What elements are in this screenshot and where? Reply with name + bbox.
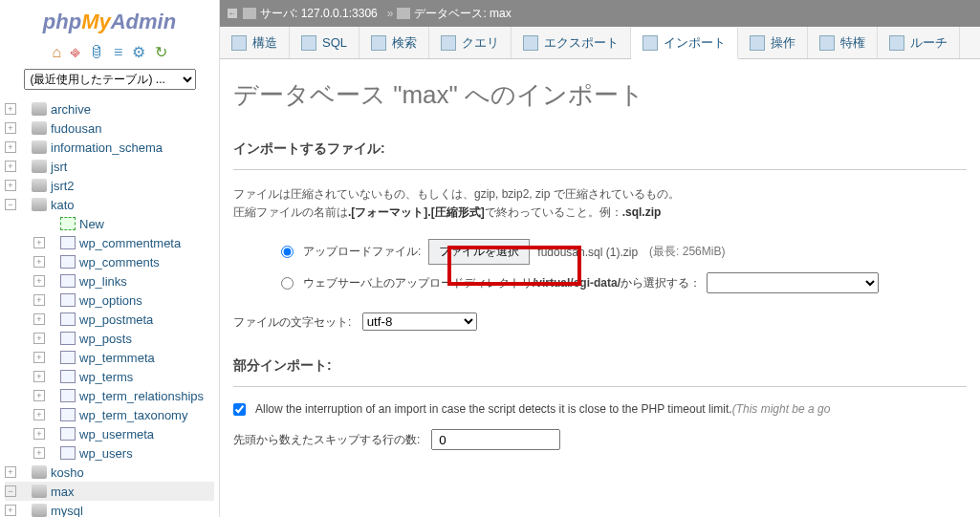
expand-icon[interactable]: +: [5, 122, 16, 134]
tab-label: インポート: [664, 34, 726, 52]
recent-tables-select[interactable]: (最近使用したテーブル) ...: [24, 69, 196, 90]
database-icon: [32, 179, 47, 192]
tab-operations[interactable]: 操作: [738, 27, 808, 58]
tab-import[interactable]: インポート: [631, 28, 738, 59]
tab-privileges[interactable]: 特権: [808, 27, 878, 58]
table-icon: [60, 351, 76, 364]
expand-icon[interactable]: +: [5, 505, 16, 516]
webdir-select[interactable]: [707, 272, 879, 293]
table-node-wp_options[interactable]: +wp_options: [5, 291, 214, 310]
settings-icon[interactable]: ⚙: [132, 44, 145, 60]
expand-icon[interactable]: +: [33, 447, 45, 459]
tab-query[interactable]: クエリ: [429, 27, 512, 58]
db-node-fudousan[interactable]: +fudousan: [5, 118, 214, 138]
db-node-jsrt2[interactable]: +jsrt2: [5, 176, 214, 195]
table-label: wp_comments: [79, 255, 160, 269]
table-label: wp_commentmeta: [79, 236, 181, 250]
expand-icon[interactable]: +: [33, 237, 45, 248]
webdir-label-post: から選択する：: [621, 275, 701, 291]
db-node-jsrt[interactable]: +jsrt: [5, 157, 214, 176]
db-label: fudousan: [51, 121, 102, 136]
table-node-wp_posts[interactable]: +wp_posts: [5, 329, 214, 348]
tab-structure[interactable]: 構造: [220, 27, 290, 58]
operations-icon: [750, 35, 765, 51]
new-table-link[interactable]: New: [5, 214, 214, 233]
expand-icon[interactable]: −: [5, 485, 16, 497]
server-icon: [243, 8, 256, 19]
upload-row: アップロードファイル: ファイルを選択 fudousan.sql (1).zip…: [281, 239, 967, 265]
expand-icon[interactable]: +: [5, 103, 16, 115]
table-node-wp_termmeta[interactable]: +wp_termmeta: [5, 348, 214, 367]
db-node-mysql[interactable]: +mysql: [5, 501, 214, 517]
table-icon: [60, 408, 76, 421]
logout-icon[interactable]: ⎆: [71, 44, 80, 60]
db-node-max[interactable]: −max: [5, 482, 214, 501]
sql-query-icon[interactable]: 🛢: [89, 44, 104, 60]
tab-export[interactable]: エクスポート: [512, 27, 631, 58]
table-node-wp_term_taxonomy[interactable]: +wp_term_taxonomy: [5, 405, 214, 424]
expand-icon[interactable]: +: [33, 333, 45, 344]
tab-sql[interactable]: SQL: [290, 27, 359, 58]
max-size-label: (最長: 256MiB): [649, 244, 725, 260]
db-label: kato: [51, 198, 75, 212]
table-label: wp_links: [79, 274, 127, 289]
db-node-archive[interactable]: +archive: [5, 99, 214, 118]
expand-icon[interactable]: +: [5, 161, 16, 172]
table-label: wp_options: [79, 293, 142, 308]
docs-icon[interactable]: ≡: [114, 44, 122, 60]
db-node-kato[interactable]: −kato: [5, 195, 214, 214]
table-node-wp_users[interactable]: +wp_users: [5, 443, 214, 463]
expand-icon[interactable]: +: [33, 313, 45, 325]
panel-toggle-icon[interactable]: ←: [228, 9, 237, 18]
nav-tree: +archive+fudousan+information_schema+jsr…: [5, 99, 214, 517]
tab-label: SQL: [322, 35, 347, 50]
table-node-wp_comments[interactable]: +wp_comments: [5, 252, 214, 271]
table-node-wp_terms[interactable]: +wp_terms: [5, 367, 214, 386]
expand-icon[interactable]: +: [33, 371, 45, 382]
expand-icon[interactable]: +: [33, 390, 45, 401]
skip-rows-input[interactable]: [431, 429, 560, 450]
expand-icon[interactable]: +: [33, 256, 45, 268]
expand-icon[interactable]: +: [33, 352, 45, 363]
charset-row: ファイルの文字セット: utf-8: [233, 312, 967, 331]
expand-icon[interactable]: +: [33, 428, 45, 440]
table-label: wp_users: [79, 446, 133, 461]
database-icon: [32, 121, 47, 135]
home-icon[interactable]: ⌂: [52, 44, 61, 60]
logo[interactable]: phpMyAdmin: [5, 5, 214, 39]
choose-file-button[interactable]: ファイルを選択: [428, 239, 530, 265]
table-node-wp_term_relationships[interactable]: +wp_term_relationships: [5, 386, 214, 405]
breadcrumb-database[interactable]: データベース: max: [414, 6, 511, 22]
table-label: wp_usermeta: [79, 427, 154, 442]
table-node-wp_postmeta[interactable]: +wp_postmeta: [5, 310, 214, 329]
charset-select[interactable]: utf-8: [362, 312, 477, 331]
expand-icon[interactable]: +: [5, 141, 16, 153]
expand-icon[interactable]: +: [33, 275, 45, 287]
reload-icon[interactable]: ↻: [155, 44, 167, 60]
tab-label: エクスポート: [544, 34, 619, 52]
table-icon: [60, 236, 76, 249]
table-node-wp_commentmeta[interactable]: +wp_commentmeta: [5, 233, 214, 252]
expand-icon[interactable]: +: [33, 294, 45, 306]
expand-icon[interactable]: −: [5, 199, 16, 210]
breadcrumb-server[interactable]: サーバ: 127.0.0.1:3306: [260, 6, 378, 22]
table-icon: [60, 312, 76, 326]
table-icon: [60, 389, 76, 402]
upload-radio[interactable]: [281, 246, 294, 258]
tab-label: 特権: [840, 34, 865, 52]
logo-admin: Admin: [111, 10, 176, 33]
expand-icon[interactable]: +: [5, 466, 16, 478]
tab-search[interactable]: 検索: [359, 27, 429, 58]
tab-routines[interactable]: ルーチ: [878, 27, 960, 58]
db-node-information_schema[interactable]: +information_schema: [5, 138, 214, 157]
tab-bar: 構造SQL検索クエリエクスポートインポート操作特権ルーチ: [220, 27, 980, 59]
table-node-wp_usermeta[interactable]: +wp_usermeta: [5, 424, 214, 443]
db-label: information_schema: [51, 140, 163, 155]
table-node-wp_links[interactable]: +wp_links: [5, 271, 214, 291]
table-icon: [60, 332, 76, 345]
webdir-radio[interactable]: [281, 277, 294, 290]
db-node-kosho[interactable]: +kosho: [5, 463, 214, 482]
allow-interrupt-checkbox[interactable]: [233, 403, 246, 416]
expand-icon[interactable]: +: [5, 180, 16, 191]
expand-icon[interactable]: +: [33, 409, 45, 420]
